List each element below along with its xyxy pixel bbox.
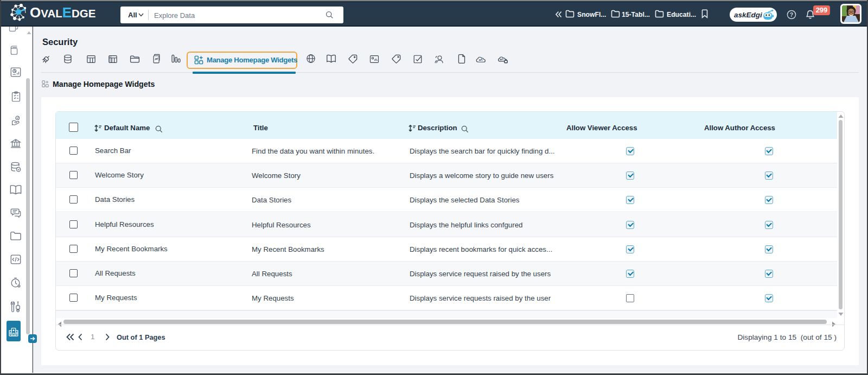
svg-text:API: API bbox=[500, 59, 503, 61]
svg-text:?: ? bbox=[790, 11, 793, 18]
svg-text:API: API bbox=[479, 59, 483, 61]
